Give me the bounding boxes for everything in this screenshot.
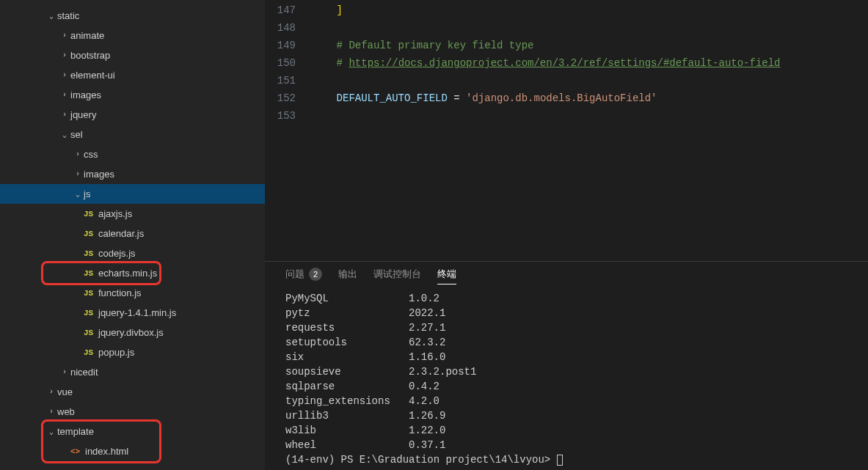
tree-item-label: jquery.divbox.js	[98, 327, 164, 338]
code-line[interactable]	[312, 72, 868, 89]
code-content[interactable]: ] # Default primary key field type # htt…	[312, 1, 868, 261]
chevron-right-icon: ›	[59, 368, 70, 376]
chevron-down-icon: ⌄	[45, 12, 57, 21]
js-icon: JS	[84, 328, 97, 337]
line-number: 148	[265, 19, 296, 37]
panel-tab-0[interactable]: 问题2	[285, 265, 322, 284]
file-explorer[interactable]: ⌄static›animate›bootstrap›element-ui›ima…	[0, 0, 265, 470]
tree-item-label: jquery-1.4.1.min.js	[98, 307, 176, 318]
tree-item-label: animate	[70, 30, 104, 41]
tree-item-label: index.html	[85, 446, 128, 457]
code-line[interactable]: ]	[312, 1, 868, 19]
line-number: 147	[265, 1, 296, 19]
panel-tabs: 问题2输出调试控制台终端	[265, 262, 868, 287]
package-row: soupsieve2.3.2.post1	[285, 364, 868, 379]
chevron-right-icon: ›	[72, 170, 84, 178]
panel-tab-label: 问题	[285, 268, 304, 281]
line-gutter: 147148149150151152153	[265, 1, 312, 261]
package-row: urllib31.26.9	[285, 408, 868, 423]
code-editor[interactable]: 147148149150151152153 ] # Default primar…	[265, 0, 868, 261]
line-number: 149	[265, 37, 296, 54]
tree-item-function-js[interactable]: JSfunction.js	[0, 283, 265, 303]
main-area: 147148149150151152153 ] # Default primar…	[265, 0, 868, 470]
tree-item-label: echarts.min.js	[98, 268, 157, 279]
line-number: 150	[265, 54, 296, 72]
tree-item-label: images	[70, 89, 101, 100]
chevron-right-icon: ›	[59, 51, 70, 59]
tree-item-label: images	[84, 169, 114, 180]
tree-item-label: sel	[70, 129, 83, 140]
panel-tab-2[interactable]: 调试控制台	[373, 265, 421, 284]
tree-item-label: function.js	[98, 287, 142, 298]
tree-item-web[interactable]: ›web	[0, 402, 265, 422]
chevron-right-icon: ›	[59, 91, 70, 99]
tree-item-label: bootstrap	[70, 50, 110, 61]
js-icon: JS	[84, 348, 97, 357]
chevron-right-icon: ›	[59, 71, 70, 79]
tree-item-nicedit[interactable]: ›nicedit	[0, 362, 265, 382]
line-number: 153	[265, 107, 296, 125]
panel-tab-label: 调试控制台	[373, 268, 421, 281]
tree-item-label: static	[57, 10, 79, 21]
tree-item-echarts-min-js[interactable]: JSecharts.min.js	[0, 263, 265, 283]
tree-item-label: template	[57, 426, 94, 437]
panel-tab-1[interactable]: 输出	[338, 265, 357, 284]
tree-item-css[interactable]: ›css	[0, 144, 265, 164]
tree-item-calendar-js[interactable]: JScalendar.js	[0, 224, 265, 243]
tree-item-vue[interactable]: ›vue	[0, 382, 265, 402]
chevron-right-icon: ›	[72, 150, 84, 158]
tree-item-label: ajaxjs.js	[98, 208, 132, 219]
tree-item-index-html[interactable]: <>index.html	[0, 441, 265, 461]
tree-item-popup-js[interactable]: JSpopup.js	[0, 342, 265, 362]
chevron-right-icon: ›	[59, 111, 70, 119]
tree-item-sel[interactable]: ⌄sel	[0, 125, 265, 144]
js-icon: JS	[84, 269, 97, 278]
panel-tab-3[interactable]: 终端	[437, 265, 456, 284]
tree-item-jquery-divbox-js[interactable]: JSjquery.divbox.js	[0, 323, 265, 342]
package-row: PyMySQL1.0.2	[285, 291, 868, 306]
code-line[interactable]: # Default primary key field type	[312, 37, 868, 54]
line-number: 152	[265, 89, 296, 107]
tree-item-element-ui[interactable]: ›element-ui	[0, 65, 265, 85]
package-row: requests2.27.1	[285, 320, 868, 335]
tree-item-jquery[interactable]: ›jquery	[0, 105, 265, 125]
js-icon: JS	[84, 210, 97, 219]
chevron-down-icon: ⌄	[45, 427, 57, 436]
code-line[interactable]	[312, 19, 868, 37]
badge: 2	[309, 268, 322, 281]
bottom-panel: 问题2输出调试控制台终端 PyMySQL1.0.2pytz2022.1reque…	[265, 261, 868, 470]
package-row: wheel0.37.1	[285, 438, 868, 452]
tree-item-label: nicedit	[70, 367, 98, 378]
tree-item-images[interactable]: ›images	[0, 164, 265, 184]
tree-item-label: vue	[57, 386, 73, 397]
package-row: typing_extensions4.2.0	[285, 394, 868, 408]
tree-item-static[interactable]: ⌄static	[0, 6, 265, 26]
code-line[interactable]: # https://docs.djangoproject.com/en/3.2/…	[312, 54, 868, 72]
tree-item-jquery-1-4-1-min-js[interactable]: JSjquery-1.4.1.min.js	[0, 303, 265, 323]
code-line[interactable]	[312, 107, 868, 125]
tree-item-animate[interactable]: ›animate	[0, 26, 265, 45]
tree-item-template[interactable]: ⌄template	[0, 422, 265, 441]
js-icon: JS	[84, 230, 97, 238]
terminal-output[interactable]: PyMySQL1.0.2pytz2022.1requests2.27.1setu…	[265, 287, 868, 470]
tree-item-bootstrap[interactable]: ›bootstrap	[0, 45, 265, 65]
tree-item-label: css	[84, 149, 98, 160]
tree-item-label: element-ui	[70, 70, 115, 81]
line-number: 151	[265, 72, 296, 89]
panel-tab-label: 终端	[437, 268, 456, 281]
package-row: pytz2022.1	[285, 306, 868, 320]
package-row: w3lib1.22.0	[285, 423, 868, 438]
tree-item-label: web	[57, 406, 75, 417]
code-line[interactable]: DEFAULT_AUTO_FIELD = 'django.db.models.B…	[312, 89, 868, 107]
tree-item-label: jquery	[70, 109, 96, 120]
tree-item-codejs-js[interactable]: JScodejs.js	[0, 243, 265, 263]
package-row: setuptools62.3.2	[285, 335, 868, 350]
js-icon: JS	[84, 309, 97, 317]
tree-item-images[interactable]: ›images	[0, 85, 265, 105]
tree-item-js[interactable]: ⌄js	[0, 184, 265, 204]
tree-item-label: calendar.js	[98, 228, 144, 239]
chevron-right-icon: ›	[45, 408, 57, 416]
tree-item-ajaxjs-js[interactable]: JSajaxjs.js	[0, 204, 265, 224]
chevron-down-icon: ⌄	[72, 190, 84, 199]
terminal-prompt[interactable]: (14-env) PS E:\Graduation project\14\lvy…	[285, 452, 868, 467]
